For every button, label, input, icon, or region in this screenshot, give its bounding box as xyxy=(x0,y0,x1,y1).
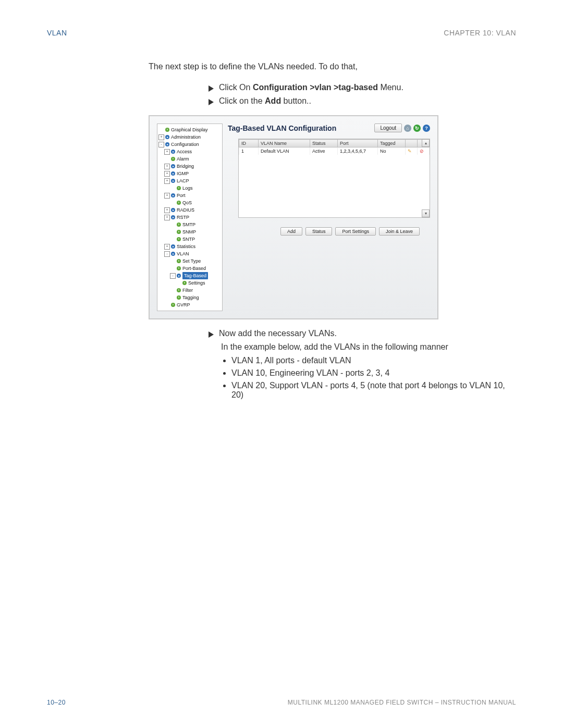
home-icon[interactable]: ⌂ xyxy=(404,125,411,132)
branch-icon: ▸ xyxy=(171,244,175,249)
leaf-icon: › xyxy=(177,237,181,241)
tree-item[interactable]: ›SNTP xyxy=(158,236,221,243)
tree-label: SNTP xyxy=(182,236,195,243)
delete-icon[interactable]: ⊘ xyxy=(418,147,430,155)
tree-label: Access xyxy=(177,148,192,155)
embedded-screenshot: ›Graphical Display+▸Administration-▸Conf… xyxy=(149,115,438,319)
tree-label: Settings xyxy=(188,279,205,287)
footer-title: MULTILINK ML1200 MANAGED FIELD SWITCH – … xyxy=(288,699,516,706)
tree-item[interactable]: ›QoS xyxy=(158,199,221,206)
tree-label: QoS xyxy=(182,199,192,206)
tree-item[interactable]: +▸Access xyxy=(158,148,221,155)
leaf-icon: › xyxy=(171,157,175,161)
branch-icon: ▸ xyxy=(177,274,181,278)
branch-icon: ▸ xyxy=(171,215,175,219)
tree-label: GVRP xyxy=(177,301,190,309)
leaf-icon: › xyxy=(177,201,181,205)
status-button[interactable]: Status xyxy=(305,227,333,236)
logout-button[interactable]: Logout xyxy=(374,124,402,132)
leaf-icon: › xyxy=(177,186,181,190)
tree-label: Logs xyxy=(182,184,193,192)
col-port[interactable]: Port xyxy=(338,140,378,147)
refresh-icon[interactable]: ↻ xyxy=(413,125,421,132)
col-tagged[interactable]: Tagged xyxy=(378,140,406,147)
tree-item[interactable]: ›Settings xyxy=(158,279,221,287)
nav-tree[interactable]: ›Graphical Display+▸Administration-▸Conf… xyxy=(157,124,223,311)
tree-item[interactable]: -▸Tag-Based xyxy=(158,272,221,279)
branch-icon: ▸ xyxy=(171,208,175,212)
leaf-icon: › xyxy=(177,223,181,227)
step-2: Click on the Add button.. xyxy=(209,96,516,106)
tree-item[interactable]: +▸Statistics xyxy=(158,243,221,250)
tree-label: LACP xyxy=(177,177,189,184)
leaf-icon: › xyxy=(177,259,181,263)
scroll-down-icon[interactable]: ▾ xyxy=(422,209,430,217)
leaf-icon: › xyxy=(165,128,169,132)
branch-icon: ▸ xyxy=(165,135,169,139)
tree-label: Set Type xyxy=(182,257,201,265)
tree-item[interactable]: +▸RSTP xyxy=(158,214,221,221)
intro-text: The next step is to define the VLANs nee… xyxy=(149,62,516,71)
leaf-icon: › xyxy=(177,230,181,234)
tree-item[interactable]: +▸Administration xyxy=(158,133,221,141)
tree-item[interactable]: -▸Configuration xyxy=(158,141,221,148)
tree-label: Statistics xyxy=(177,243,195,250)
col-edit xyxy=(406,140,418,147)
tree-label: Bridging xyxy=(177,163,194,170)
branch-icon: ▸ xyxy=(165,142,169,146)
tree-label: Port-Based xyxy=(182,265,206,272)
tree-label: RSTP xyxy=(177,214,189,221)
tree-label: Administration xyxy=(171,133,201,141)
tree-item[interactable]: +▸Bridging xyxy=(158,163,221,170)
tree-item[interactable]: ›GVRP xyxy=(158,301,221,309)
port-settings-button[interactable]: Port Settings xyxy=(335,227,376,236)
tree-label: RADIUS xyxy=(177,206,194,214)
tree-label: Filter xyxy=(182,287,193,294)
tree-item[interactable]: ›SMTP xyxy=(158,221,221,228)
step-1: Click On Configuration >vlan >tag-based … xyxy=(209,83,516,92)
col-name[interactable]: VLAN Name xyxy=(259,140,310,147)
leaf-icon: › xyxy=(177,295,181,300)
tree-label: IGMP xyxy=(177,170,189,177)
branch-icon: ▸ xyxy=(171,193,175,198)
branch-icon: ▸ xyxy=(171,252,175,256)
branch-icon: ▸ xyxy=(171,164,175,168)
tree-item[interactable]: ›Filter xyxy=(158,287,221,294)
tree-label: SNMP xyxy=(182,228,196,236)
col-id[interactable]: ID xyxy=(239,140,259,147)
col-status[interactable]: Status xyxy=(310,140,338,147)
tree-item[interactable]: +▸IGMP xyxy=(158,170,221,177)
leaf-icon: › xyxy=(182,281,187,285)
leaf-icon: › xyxy=(171,303,175,307)
panel-title: Tag-Based VLAN Configuration xyxy=(228,124,336,132)
tree-item[interactable]: -▸VLAN xyxy=(158,250,221,257)
tree-item[interactable]: ›Logs xyxy=(158,184,221,192)
tree-item[interactable]: +▸LACP xyxy=(158,177,221,184)
scroll-up-icon[interactable]: ▴ xyxy=(422,139,430,147)
triangle-icon xyxy=(209,331,214,338)
tree-item[interactable]: ›Tagging xyxy=(158,294,221,301)
list-item: VLAN 10, Engineering VLAN - ports 2, 3, … xyxy=(231,368,516,378)
join-leave-button[interactable]: Join & Leave xyxy=(379,227,420,236)
tree-label: Tag-Based xyxy=(182,272,208,279)
tree-label: SMTP xyxy=(182,221,195,228)
vlan-bullet-list: VLAN 1, All ports - default VLANVLAN 10,… xyxy=(231,356,516,400)
tree-item[interactable]: ›SNMP xyxy=(158,228,221,236)
tree-label: Alarm xyxy=(177,155,189,163)
help-icon[interactable]: ? xyxy=(423,125,430,132)
add-button[interactable]: Add xyxy=(280,227,302,236)
tree-label: Tagging xyxy=(182,294,199,301)
tree-label: VLAN xyxy=(177,250,189,257)
leaf-icon: › xyxy=(177,288,181,292)
tree-item[interactable]: +▸Port xyxy=(158,192,221,199)
tree-item[interactable]: ›Graphical Display xyxy=(158,126,221,133)
tree-item[interactable]: +▸RADIUS xyxy=(158,206,221,214)
edit-icon[interactable]: ✎ xyxy=(406,147,418,155)
tree-item[interactable]: ›Port-Based xyxy=(158,265,221,272)
header-section: Vlan xyxy=(47,29,67,37)
example-intro: In the example below, add the VLANs in t… xyxy=(221,342,516,352)
tree-item[interactable]: ›Alarm xyxy=(158,155,221,163)
table-row[interactable]: 1 Default VLAN Active 1,2,3,4,5,6,7 No ✎… xyxy=(239,147,430,155)
tree-item[interactable]: ›Set Type xyxy=(158,257,221,265)
branch-icon: ▸ xyxy=(171,179,175,183)
